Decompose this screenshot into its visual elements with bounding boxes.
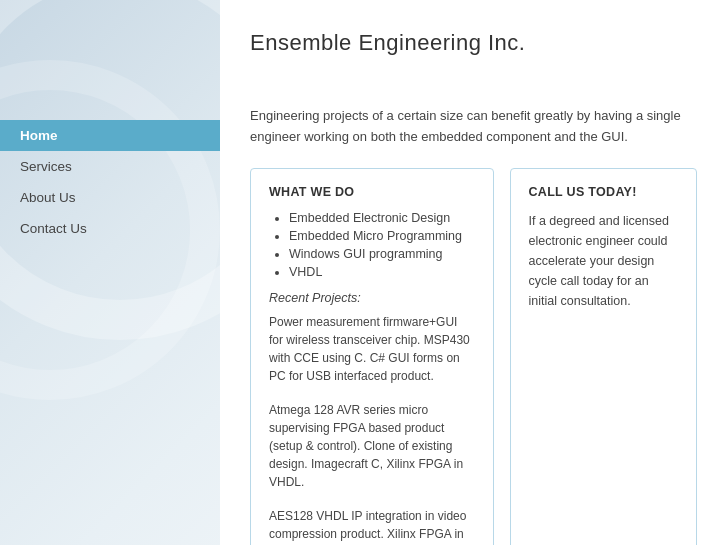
- nav-menu: Home Services About Us Contact Us: [0, 120, 220, 244]
- page-wrapper: Home Services About Us Contact Us Ensemb…: [0, 0, 727, 545]
- project-entry-3: AES128 VHDL IP integration in video comp…: [269, 507, 475, 545]
- list-item: Embedded Micro Programming: [289, 229, 475, 243]
- panel-what-we-do: WHAT WE DO Embedded Electronic Design Em…: [250, 168, 494, 545]
- call-text: If a degreed and licensed electronic eng…: [529, 211, 678, 311]
- main-content: Ensemble Engineering Inc. Engineering pr…: [220, 0, 727, 545]
- list-item: VHDL: [289, 265, 475, 279]
- panel-right-title: CALL US TODAY!: [529, 185, 678, 199]
- sidebar-item-contact[interactable]: Contact Us: [0, 213, 220, 244]
- sidebar-item-services[interactable]: Services: [0, 151, 220, 182]
- panel-call-us: CALL US TODAY! If a degreed and licensed…: [510, 168, 697, 545]
- sidebar-item-about[interactable]: About Us: [0, 182, 220, 213]
- project-entry-2: Atmega 128 AVR series micro supervising …: [269, 401, 475, 491]
- sidebar-item-home[interactable]: Home: [0, 120, 220, 151]
- panels-row: WHAT WE DO Embedded Electronic Design Em…: [250, 168, 697, 545]
- page-title: Ensemble Engineering Inc.: [250, 30, 697, 56]
- list-item: Embedded Electronic Design: [289, 211, 475, 225]
- panel-left-title: WHAT WE DO: [269, 185, 475, 199]
- sidebar: Home Services About Us Contact Us: [0, 0, 220, 545]
- list-item: Windows GUI programming: [289, 247, 475, 261]
- recent-projects-label: Recent Projects:: [269, 291, 475, 305]
- services-list: Embedded Electronic Design Embedded Micr…: [289, 211, 475, 279]
- intro-text: Engineering projects of a certain size c…: [250, 106, 697, 148]
- project-entry-1: Power measurement firmware+GUI for wirel…: [269, 313, 475, 385]
